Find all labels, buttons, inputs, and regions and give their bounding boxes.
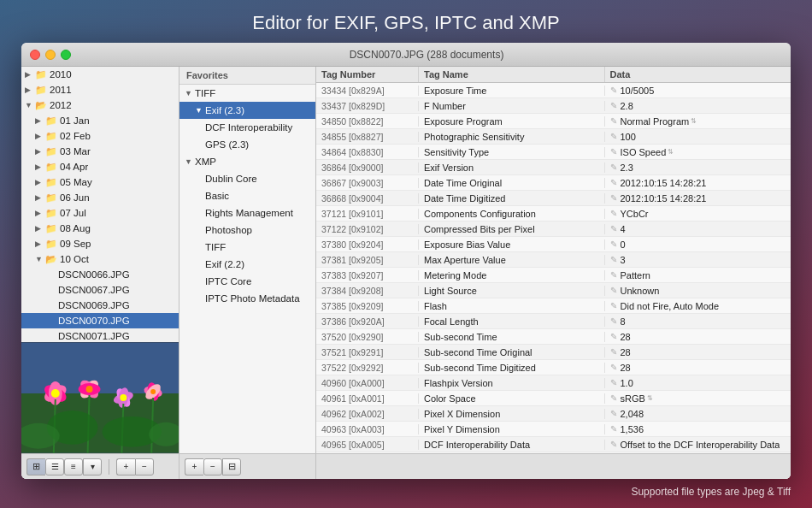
tree-item-dscn0066[interactable]: DSCN0066.JPG (21, 267, 179, 282)
value-cell[interactable]: ✎3 (605, 255, 791, 265)
table-row[interactable]: 37522 [0x9292]Sub-second Time Digitized✎… (316, 360, 791, 375)
tag-number-cell: 34864 [0x8830] (316, 147, 419, 157)
table-row[interactable]: 37385 [0x9209]Flash✎Did not Fire, Auto M… (316, 298, 791, 314)
tag-item-12[interactable]: IPTC Photo Metadata (179, 290, 315, 307)
tag-item-6[interactable]: Basic (179, 187, 315, 204)
tag-item-1[interactable]: ▼Exif (2.3) (179, 102, 315, 119)
value-cell[interactable]: ✎2.3 (605, 162, 791, 173)
table-row[interactable]: 37384 [0x9208]Light Source✎Unknown (316, 283, 791, 298)
tag-item-4[interactable]: ▼XMP (179, 153, 315, 170)
value-cell[interactable]: ✎Offset to the DCF Interoperability Data (605, 440, 791, 450)
tree-item-02feb[interactable]: ▶📁02 Feb (21, 128, 179, 144)
tag-item-0[interactable]: ▼TIFF (179, 85, 315, 102)
value-cell[interactable]: ✎8 (605, 316, 791, 327)
value-cell[interactable]: ✎ISO Speed⇅ (605, 147, 791, 157)
grid-view-button[interactable]: ⊞ (26, 458, 45, 476)
tag-item-8[interactable]: Photoshop (179, 222, 315, 239)
table-row[interactable]: 40962 [0xA002]Pixel X Dimension✎2,048 (316, 406, 791, 422)
table-row[interactable]: 37386 [0x920A]Focal Length✎8 (316, 314, 791, 329)
tree-item-07jul[interactable]: ▶📁07 Jul (21, 205, 179, 221)
add-file-button[interactable]: + (116, 458, 135, 476)
photo-preview (21, 342, 179, 453)
value-cell[interactable]: ✎Did not Fire, Auto Mode (605, 301, 791, 311)
table-row[interactable]: 37383 [0x9207]Metering Mode✎Pattern (316, 268, 791, 283)
tag-item-3[interactable]: GPS (2.3) (179, 136, 315, 153)
tree-item-03mar[interactable]: ▶📁03 Mar (21, 144, 179, 159)
value-cell[interactable]: ✎Normal Program⇅ (605, 116, 791, 127)
tree-item-04apr[interactable]: ▶📁04 Apr (21, 159, 179, 174)
tree-item-dscn0067[interactable]: DSCN0067.JPG (21, 282, 179, 298)
tree-item-05may[interactable]: ▶📁05 May (21, 174, 179, 190)
tree-item-dscn0070[interactable]: DSCN0070.JPG (21, 313, 179, 328)
value-cell[interactable]: ✎4 (605, 224, 791, 234)
tree-item-2011[interactable]: ▶📁2011 (21, 82, 179, 97)
file-tree[interactable]: ▶📁2010▶📁2011▼📂2012▶📁01 Jan▶📁02 Feb▶📁03 M… (21, 67, 179, 342)
list-view-button[interactable]: ☰ (45, 458, 64, 476)
value-cell[interactable]: ✎2012:10:15 14:28:21 (605, 178, 791, 188)
tree-item-dscn0071[interactable]: DSCN0071.JPG (21, 328, 179, 342)
table-row[interactable]: 36868 [0x9004]Date Time Digitized✎2012:1… (316, 191, 791, 206)
table-row[interactable]: 37520 [0x9290]Sub-second Time✎28 (316, 329, 791, 345)
remove-file-button[interactable]: − (135, 458, 154, 476)
table-row[interactable]: 40965 [0xA005]DCF Interoperability Data✎… (316, 437, 791, 452)
delete-tag-button[interactable]: ⊟ (222, 458, 241, 476)
value-cell[interactable]: ✎28 (605, 363, 791, 373)
table-row[interactable]: 37380 [0x9204]Exposure Bias Value✎0 (316, 237, 791, 252)
value-cell[interactable]: ✎Pattern (605, 270, 791, 281)
table-row[interactable]: 37121 [0x9101]Components Configuration✎Y… (316, 206, 791, 222)
table-row[interactable]: 33434 [0x829A]Exposure Time✎10/5005 (316, 83, 791, 98)
table-row[interactable]: 37521 [0x9291]Sub-second Time Original✎2… (316, 345, 791, 360)
value-cell[interactable]: ✎1,536 (605, 424, 791, 434)
scroll-indicator: ⇅ (668, 148, 674, 156)
tree-item-01jan[interactable]: ▶📁01 Jan (21, 113, 179, 128)
value-cell[interactable]: ✎28 (605, 347, 791, 357)
table-row[interactable]: 40961 [0xA001]Color Space✎sRGB⇅ (316, 391, 791, 406)
table-row[interactable]: 37381 [0x9205]Max Aperture Value✎3 (316, 252, 791, 268)
minimize-button[interactable] (45, 50, 56, 60)
value-cell[interactable]: ✎100 (605, 132, 791, 142)
value-cell[interactable]: ✎YCbCr (605, 209, 791, 219)
detail-view-button[interactable]: ≡ (64, 458, 83, 476)
table-row[interactable]: 34864 [0x8830]Sensitivity Type✎ISO Speed… (316, 145, 791, 160)
tag-item-7[interactable]: Rights Management (179, 204, 315, 222)
tree-item-08aug[interactable]: ▶📁08 Aug (21, 221, 179, 236)
tag-name-cell: Sensitivity Type (419, 147, 605, 157)
value-cell[interactable]: ✎Unknown (605, 286, 791, 296)
value-cell[interactable]: ✎28 (605, 332, 791, 342)
tree-item-2012[interactable]: ▼📂2012 (21, 97, 179, 113)
tree-item-10oct[interactable]: ▼📂10 Oct (21, 251, 179, 267)
tag-item-5[interactable]: Dublin Core (179, 170, 315, 187)
value-cell[interactable]: ✎2,048 (605, 409, 791, 419)
tag-item-2[interactable]: DCF Interoperability (179, 119, 315, 136)
table-row[interactable]: 36867 [0x9003]Date Time Original✎2012:10… (316, 175, 791, 191)
add-tag-button[interactable]: + (185, 458, 203, 476)
table-row[interactable]: 37122 [0x9102]Compressed Bits per Pixel✎… (316, 222, 791, 237)
maximize-button[interactable] (61, 50, 71, 60)
folder-icon: 📁 (45, 177, 57, 188)
close-button[interactable] (30, 50, 40, 60)
value-cell[interactable]: ✎2012:10:15 14:28:21 (605, 193, 791, 204)
value-cell[interactable]: ✎1.0 (605, 378, 791, 388)
table-row[interactable]: 40963 [0xA003]Pixel Y Dimension✎1,536 (316, 422, 791, 437)
table-row[interactable]: 40960 [0xA000]Flashpix Version✎1.0 (316, 375, 791, 391)
tree-item-09sep[interactable]: ▶📁09 Sep (21, 236, 179, 251)
tag-name-cell: Focal Length (419, 316, 605, 327)
sort-button[interactable]: ▾ (83, 458, 102, 476)
value-cell[interactable]: ✎sRGB⇅ (605, 393, 791, 404)
tag-item-10[interactable]: Exif (2.2) (179, 256, 315, 273)
tree-item-2010[interactable]: ▶📁2010 (21, 67, 179, 82)
tree-item-dscn0069[interactable]: DSCN0069.JPG (21, 298, 179, 313)
remove-tag-button[interactable]: − (203, 458, 222, 476)
tag-item-9[interactable]: TIFF (179, 239, 315, 256)
table-row[interactable]: 34850 [0x8822]Exposure Program✎Normal Pr… (316, 114, 791, 129)
table-row[interactable]: 36864 [0x9000]Exif Version✎2.3 (316, 160, 791, 175)
value-cell[interactable]: ✎10/5005 (605, 86, 791, 96)
value-cell[interactable]: ✎2.8 (605, 101, 791, 111)
tag-item-11[interactable]: IPTC Core (179, 273, 315, 290)
value-text: 2.3 (621, 162, 633, 173)
value-cell[interactable]: ✎0 (605, 239, 791, 250)
tree-item-06jun[interactable]: ▶📁06 Jun (21, 190, 179, 205)
table-row[interactable]: 33437 [0x829D]F Number✎2.8 (316, 98, 791, 114)
tag-tree[interactable]: ▼TIFF▼Exif (2.3)DCF InteroperabilityGPS … (179, 85, 315, 453)
table-row[interactable]: 34855 [0x8827]Photographic Sensitivity✎1… (316, 129, 791, 145)
